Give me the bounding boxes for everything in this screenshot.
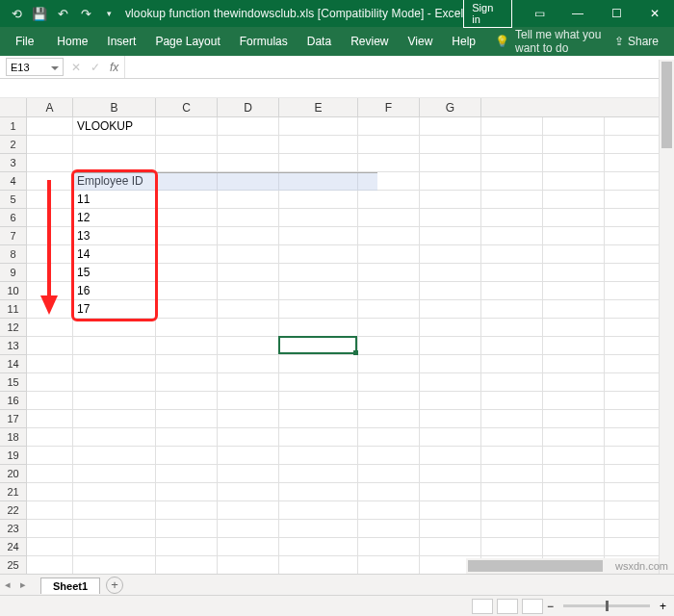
row-header[interactable]: 2 bbox=[0, 136, 27, 154]
cell[interactable] bbox=[73, 556, 156, 575]
cell[interactable] bbox=[543, 465, 605, 483]
cell[interactable] bbox=[156, 117, 218, 136]
cell[interactable] bbox=[420, 319, 481, 337]
cell[interactable] bbox=[420, 245, 481, 264]
cell[interactable] bbox=[605, 447, 666, 465]
cell[interactable] bbox=[279, 337, 358, 355]
cell[interactable] bbox=[543, 373, 605, 392]
cell[interactable] bbox=[279, 264, 358, 282]
cell[interactable]: 12 bbox=[73, 209, 156, 227]
cell[interactable] bbox=[543, 447, 605, 465]
cell[interactable] bbox=[27, 410, 73, 428]
cell[interactable] bbox=[156, 465, 218, 483]
undo-icon[interactable]: ↶ bbox=[52, 3, 73, 24]
cell[interactable] bbox=[73, 465, 156, 483]
cell[interactable] bbox=[605, 465, 666, 483]
cell[interactable] bbox=[481, 282, 543, 300]
row-header[interactable]: 16 bbox=[0, 392, 27, 410]
cell[interactable] bbox=[481, 136, 543, 154]
view-normal-icon[interactable] bbox=[472, 599, 493, 614]
cell[interactable] bbox=[279, 410, 358, 428]
cell[interactable] bbox=[279, 300, 358, 319]
row-header[interactable]: 5 bbox=[0, 191, 27, 209]
cell[interactable] bbox=[279, 245, 358, 264]
cell[interactable] bbox=[605, 355, 666, 373]
sign-in-button[interactable]: Sign in bbox=[463, 0, 512, 28]
zoom-in-button[interactable]: + bbox=[660, 600, 666, 613]
row-header[interactable]: 23 bbox=[0, 520, 27, 538]
save-icon[interactable]: 💾 bbox=[29, 3, 50, 24]
cell[interactable] bbox=[481, 538, 543, 556]
cell[interactable] bbox=[358, 501, 420, 520]
cell[interactable] bbox=[73, 373, 156, 392]
cell[interactable] bbox=[156, 209, 218, 227]
row-header[interactable]: 6 bbox=[0, 209, 27, 227]
cell[interactable] bbox=[73, 154, 156, 172]
cell[interactable] bbox=[73, 520, 156, 538]
row-header[interactable]: 18 bbox=[0, 428, 27, 447]
cell[interactable] bbox=[156, 300, 218, 319]
cell[interactable] bbox=[420, 154, 481, 172]
tab-data[interactable]: Data bbox=[298, 27, 341, 56]
cell[interactable]: Employee ID bbox=[73, 172, 156, 191]
cell[interactable]: 13 bbox=[73, 227, 156, 245]
cell[interactable] bbox=[358, 282, 420, 300]
cell[interactable] bbox=[279, 191, 358, 209]
cell[interactable] bbox=[605, 483, 666, 501]
cell[interactable] bbox=[279, 319, 358, 337]
cell[interactable] bbox=[218, 373, 279, 392]
cell[interactable] bbox=[27, 300, 73, 319]
cell[interactable]: 15 bbox=[73, 264, 156, 282]
tab-insert[interactable]: Insert bbox=[97, 27, 145, 56]
cell[interactable] bbox=[27, 355, 73, 373]
cell[interactable] bbox=[605, 300, 666, 319]
cell[interactable] bbox=[218, 172, 279, 191]
col-header-a[interactable]: A bbox=[27, 98, 73, 117]
cell[interactable] bbox=[420, 483, 481, 501]
cell[interactable] bbox=[27, 154, 73, 172]
cell[interactable] bbox=[156, 245, 218, 264]
cell[interactable] bbox=[279, 136, 358, 154]
cell[interactable] bbox=[543, 227, 605, 245]
cell[interactable] bbox=[73, 483, 156, 501]
row-header[interactable]: 20 bbox=[0, 465, 27, 483]
cell[interactable] bbox=[218, 300, 279, 319]
cell[interactable] bbox=[279, 483, 358, 501]
cell[interactable] bbox=[218, 392, 279, 410]
cell[interactable] bbox=[218, 556, 279, 575]
cell[interactable] bbox=[27, 264, 73, 282]
cell[interactable] bbox=[27, 245, 73, 264]
cell[interactable] bbox=[605, 428, 666, 447]
cell[interactable] bbox=[543, 355, 605, 373]
view-page-break-icon[interactable] bbox=[522, 599, 543, 614]
row-header[interactable]: 19 bbox=[0, 447, 27, 465]
cell[interactable] bbox=[27, 501, 73, 520]
cell[interactable] bbox=[543, 264, 605, 282]
row-header[interactable]: 24 bbox=[0, 538, 27, 556]
cell[interactable] bbox=[481, 373, 543, 392]
cell[interactable] bbox=[481, 501, 543, 520]
cell[interactable] bbox=[218, 264, 279, 282]
cell[interactable] bbox=[279, 392, 358, 410]
qat-dropdown-icon[interactable]: ▾ bbox=[98, 3, 119, 24]
cell[interactable] bbox=[605, 264, 666, 282]
cell[interactable] bbox=[358, 465, 420, 483]
row-header[interactable]: 8 bbox=[0, 245, 27, 264]
cell[interactable] bbox=[358, 264, 420, 282]
cell[interactable] bbox=[420, 282, 481, 300]
row-header[interactable]: 17 bbox=[0, 410, 27, 428]
maximize-icon[interactable]: ☐ bbox=[597, 0, 635, 27]
cell[interactable] bbox=[358, 520, 420, 538]
cell[interactable] bbox=[156, 373, 218, 392]
cell[interactable] bbox=[27, 117, 73, 136]
cell[interactable] bbox=[27, 373, 73, 392]
cell[interactable] bbox=[27, 337, 73, 355]
cell[interactable] bbox=[156, 154, 218, 172]
cell[interactable]: VLOOKUP bbox=[73, 117, 156, 136]
cell[interactable] bbox=[358, 483, 420, 501]
cell[interactable] bbox=[358, 337, 420, 355]
cell[interactable] bbox=[605, 520, 666, 538]
cell[interactable] bbox=[218, 282, 279, 300]
add-sheet-button[interactable]: + bbox=[106, 577, 123, 594]
cell[interactable] bbox=[156, 136, 218, 154]
